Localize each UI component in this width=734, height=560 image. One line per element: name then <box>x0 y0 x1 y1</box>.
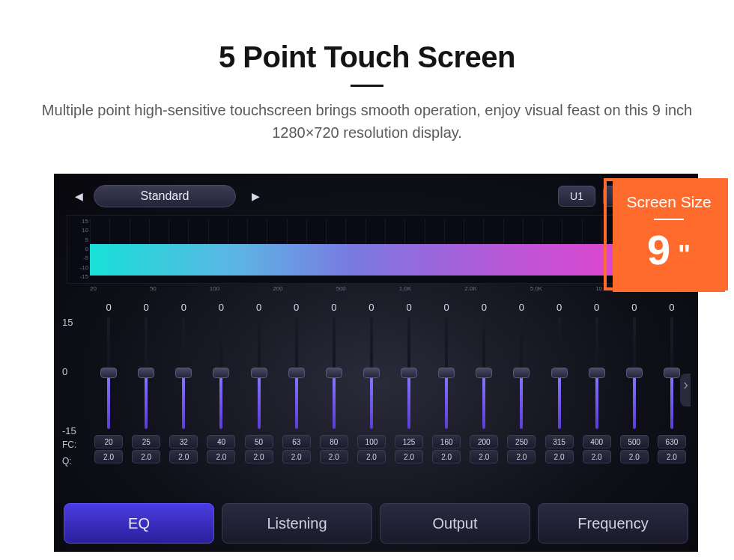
band-slider[interactable] <box>287 317 306 429</box>
slider-thumb[interactable] <box>476 368 492 378</box>
band-q-chip[interactable]: 2.0 <box>507 450 536 463</box>
band-q-chip[interactable]: 2.0 <box>207 450 235 463</box>
band-q-chip[interactable]: 2.0 <box>282 450 311 463</box>
band-fc-chip[interactable]: 32 <box>169 435 198 448</box>
band-fc-chip[interactable]: 400 <box>583 435 611 448</box>
band-fc-chip[interactable]: 500 <box>620 435 649 448</box>
band-value: 0 <box>331 299 336 315</box>
device-screen: ◀ Standard ▶ U1 U2 U3 15 10 5 0 -5 -10 -… <box>54 174 698 552</box>
band-slider[interactable] <box>362 317 381 429</box>
band-fc-chip[interactable]: 160 <box>432 435 461 448</box>
slider-thumb[interactable] <box>664 368 680 378</box>
band-q-chip[interactable]: 2.0 <box>94 450 123 463</box>
tab-output[interactable]: Output <box>380 503 530 544</box>
band-q-chip[interactable]: 2.0 <box>658 450 686 463</box>
xtick: 100 <box>210 285 219 292</box>
user-preset-u1-button[interactable]: U1 <box>558 186 595 207</box>
band-slider[interactable] <box>99 317 118 429</box>
slider-thumb[interactable] <box>100 368 117 378</box>
band-slider[interactable] <box>174 317 193 429</box>
ytick: 0 <box>70 246 88 252</box>
eq-band: 01002.0 <box>354 299 389 469</box>
slider-thumb[interactable] <box>326 368 342 378</box>
band-fc-chip[interactable]: 200 <box>470 435 498 448</box>
eq-band: 0632.0 <box>279 299 315 469</box>
xtick: 20 <box>90 285 97 292</box>
ytick: 10 <box>70 228 88 234</box>
band-q-chip[interactable]: 2.0 <box>620 450 649 463</box>
chevron-left-icon: ◀ <box>75 190 83 202</box>
band-q-chip[interactable]: 2.0 <box>432 450 461 463</box>
band-fc-chip[interactable]: 20 <box>94 435 123 448</box>
xtick: 2.0K <box>464 285 476 292</box>
band-slider[interactable] <box>512 317 531 429</box>
scale-15: 15 <box>62 317 91 336</box>
eq-band: 04002.0 <box>579 299 615 469</box>
band-slider[interactable] <box>587 317 607 429</box>
band-slider[interactable] <box>474 317 494 429</box>
slider-thumb[interactable] <box>513 368 530 378</box>
band-slider[interactable] <box>211 317 231 429</box>
band-slider[interactable] <box>550 317 569 429</box>
band-fc-chip[interactable]: 250 <box>507 435 536 448</box>
band-slider[interactable] <box>324 317 344 429</box>
band-q-chip[interactable]: 2.0 <box>395 450 423 463</box>
preset-next-button[interactable]: ▶ <box>243 186 267 207</box>
spectrum-y-axis: 15 10 5 0 -5 -10 -15 <box>70 216 88 283</box>
band-fc-chip[interactable]: 25 <box>132 435 160 448</box>
tab-frequency[interactable]: Frequency <box>538 503 688 544</box>
slider-thumb[interactable] <box>288 368 305 378</box>
slider-thumb[interactable] <box>213 368 229 378</box>
more-bands-button[interactable]: › <box>683 376 688 393</box>
label-q: Q: <box>62 453 91 469</box>
band-fc-chip[interactable]: 125 <box>395 435 423 448</box>
slider-thumb[interactable] <box>438 368 455 378</box>
xtick: 50 <box>150 285 157 292</box>
band-q-chip[interactable]: 2.0 <box>320 450 348 463</box>
band-fc-chip[interactable]: 63 <box>282 435 311 448</box>
tab-eq[interactable]: EQ <box>64 503 214 544</box>
slider-thumb[interactable] <box>251 368 267 378</box>
slider-scale-labels: 15 0 -15 FC: Q: <box>62 299 91 469</box>
band-q-chip[interactable]: 2.0 <box>245 450 273 463</box>
chevron-right-icon: ▶ <box>252 190 260 202</box>
slider-thumb[interactable] <box>363 368 380 378</box>
band-value: 0 <box>519 299 524 315</box>
spectrum-fill <box>90 244 680 276</box>
band-fc-chip[interactable]: 315 <box>545 435 574 448</box>
band-fc-chip[interactable]: 100 <box>357 435 386 448</box>
scale-neg15: -15 <box>62 411 91 436</box>
band-slider[interactable] <box>136 317 156 429</box>
slider-thumb[interactable] <box>401 368 417 378</box>
band-q-chip[interactable]: 2.0 <box>132 450 160 463</box>
band-fc-chip[interactable]: 80 <box>320 435 348 448</box>
band-slider[interactable] <box>625 317 644 429</box>
callout-frame: Screen Size 9 " <box>604 178 728 290</box>
slider-thumb[interactable] <box>626 368 643 378</box>
band-q-chip[interactable]: 2.0 <box>357 450 386 463</box>
band-fc-chip[interactable]: 50 <box>245 435 273 448</box>
band-slider[interactable] <box>249 317 269 429</box>
preset-toolbar: ◀ Standard ▶ U1 U2 U3 <box>55 174 697 215</box>
preset-name-pill[interactable]: Standard <box>94 185 236 207</box>
band-slider[interactable] <box>437 317 456 429</box>
band-fc-chip[interactable]: 40 <box>207 435 235 448</box>
band-slider[interactable] <box>399 317 419 429</box>
tab-listening[interactable]: Listening <box>222 503 372 544</box>
band-slider[interactable] <box>662 317 682 429</box>
slider-thumb[interactable] <box>138 368 154 378</box>
band-value: 0 <box>482 299 487 315</box>
ytick: -5 <box>70 255 88 261</box>
band-fc-chip[interactable]: 630 <box>658 435 686 448</box>
ytick: -15 <box>70 274 88 280</box>
slider-thumb[interactable] <box>551 368 568 378</box>
slider-thumb[interactable] <box>589 368 605 378</box>
band-q-chip[interactable]: 2.0 <box>583 450 611 463</box>
band-q-chip[interactable]: 2.0 <box>545 450 574 463</box>
band-q-chip[interactable]: 2.0 <box>169 450 198 463</box>
slider-thumb[interactable] <box>175 368 192 378</box>
preset-prev-button[interactable]: ◀ <box>67 186 91 207</box>
eq-band: 05002.0 <box>616 299 652 469</box>
screen-size-callout: Screen Size 9 " <box>613 180 725 292</box>
band-q-chip[interactable]: 2.0 <box>470 450 498 463</box>
